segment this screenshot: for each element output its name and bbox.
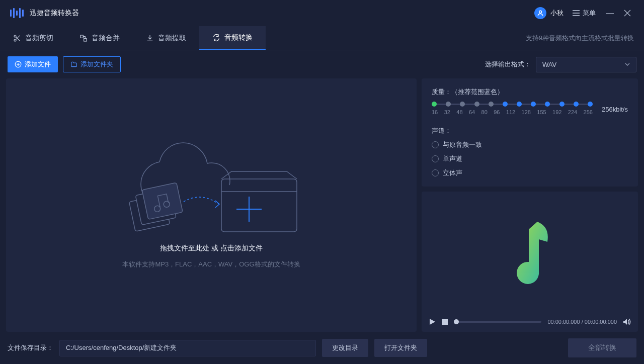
convert-all-button[interactable]: 全部转换 bbox=[568, 338, 636, 357]
player-controls: 00:00:00.000 / 00:00:00:000 bbox=[422, 312, 638, 332]
username: 小秋 bbox=[550, 9, 564, 18]
slider-tick-label: 256 bbox=[584, 109, 593, 115]
quality-slider-row: 163248648096112128155192224256 256kbit/s bbox=[432, 104, 628, 115]
progress-handle[interactable] bbox=[454, 319, 459, 324]
app-title: 迅捷音频转换器 bbox=[30, 9, 79, 18]
volume-icon bbox=[623, 318, 631, 325]
channel-radio-item[interactable]: 立体声 bbox=[432, 168, 628, 177]
progress-bar[interactable] bbox=[454, 321, 541, 323]
app-logo-icon bbox=[10, 8, 24, 18]
stop-button[interactable] bbox=[442, 319, 448, 325]
toolbar-left: 添加文件 添加文件夹 bbox=[8, 56, 121, 72]
open-folder-button[interactable]: 打开文件夹 bbox=[374, 339, 427, 357]
format-select[interactable]: WAV bbox=[536, 57, 636, 72]
user-info[interactable]: 小秋 bbox=[534, 7, 564, 19]
channel-radio-group: 与原音频一致单声道立体声 bbox=[432, 140, 628, 177]
slider-tick-label: 112 bbox=[506, 109, 515, 115]
time-display: 00:00:00.000 / 00:00:00:000 bbox=[547, 319, 617, 325]
close-button[interactable] bbox=[624, 10, 634, 17]
slider-tick-label: 16 bbox=[432, 109, 438, 115]
slider-tick-label: 32 bbox=[444, 109, 450, 115]
bitrate-value: 256kbit/s bbox=[602, 106, 628, 113]
toolbar-right: 选择输出格式： WAV bbox=[485, 57, 636, 72]
close-icon bbox=[624, 10, 631, 17]
slider-dot[interactable] bbox=[489, 102, 494, 107]
change-dir-button[interactable]: 更改目录 bbox=[322, 339, 368, 357]
format-label: 选择输出格式： bbox=[485, 60, 531, 69]
tabs-hint: 支持9种音频格式向主流格式批量转换 bbox=[526, 26, 634, 50]
stop-icon bbox=[442, 319, 448, 325]
svg-rect-23 bbox=[442, 319, 448, 325]
svg-rect-10 bbox=[80, 35, 83, 38]
tab-cut[interactable]: 音频剪切 bbox=[0, 26, 66, 50]
slider-dot[interactable] bbox=[446, 102, 451, 107]
merge-icon bbox=[79, 34, 88, 42]
slider-dot[interactable] bbox=[460, 102, 465, 107]
slider-dot[interactable] bbox=[432, 102, 437, 107]
slider-dot[interactable] bbox=[517, 102, 522, 107]
titlebar-left: 迅捷音频转换器 bbox=[10, 8, 79, 18]
drop-hint-text: 本软件支持MP3，FLAC，AAC，WAV，OGG格式的文件转换 bbox=[122, 260, 300, 269]
svg-rect-20 bbox=[142, 183, 183, 219]
radio-icon bbox=[432, 169, 439, 176]
toolbar: 添加文件 添加文件夹 选择输出格式： WAV bbox=[0, 50, 644, 78]
slider-tick-label: 128 bbox=[522, 109, 531, 115]
quality-panel: 质量：（推荐范围蓝色） 1632486480961121281551922242… bbox=[422, 78, 638, 187]
slider-tick-label: 64 bbox=[469, 109, 475, 115]
drop-area[interactable]: 拖拽文件至此处 或 点击添加文件 本软件支持MP3，FLAC，AAC，WAV，O… bbox=[6, 78, 417, 332]
channel-radio-item[interactable]: 与原音频一致 bbox=[432, 140, 628, 149]
svg-point-0 bbox=[539, 11, 542, 13]
path-input[interactable] bbox=[59, 340, 316, 356]
tabs-left: 音频剪切 音频合并 音频提取 音频转换 bbox=[0, 26, 266, 50]
folder-icon bbox=[70, 61, 77, 68]
slider-tick-label: 48 bbox=[456, 109, 462, 115]
radio-label: 单声道 bbox=[443, 154, 462, 163]
drop-illustration-icon bbox=[113, 141, 309, 237]
slider-dot[interactable] bbox=[545, 102, 550, 107]
tab-extract[interactable]: 音频提取 bbox=[133, 26, 199, 50]
add-folder-button[interactable]: 添加文件夹 bbox=[63, 56, 121, 72]
slider-dot[interactable] bbox=[531, 102, 536, 107]
svg-point-7 bbox=[14, 39, 16, 41]
quality-slider[interactable]: 163248648096112128155192224256 bbox=[432, 104, 593, 115]
add-file-button[interactable]: 添加文件 bbox=[8, 56, 58, 72]
titlebar: 迅捷音频转换器 小秋 菜单 — bbox=[0, 0, 644, 26]
menu-button[interactable]: 菜单 bbox=[573, 9, 596, 18]
scissors-icon bbox=[13, 34, 21, 42]
plus-circle-icon bbox=[15, 61, 22, 68]
channel-radio-item[interactable]: 单声道 bbox=[432, 154, 628, 163]
preview-panel: 00:00:00.000 / 00:00:00:000 bbox=[422, 192, 638, 332]
side-panel: 质量：（推荐范围蓝色） 1632486480961121281551922242… bbox=[422, 78, 638, 332]
hamburger-icon bbox=[573, 10, 580, 16]
quality-label: 质量：（推荐范围蓝色） bbox=[432, 87, 628, 97]
channel-label: 声道： bbox=[432, 126, 628, 135]
svg-rect-11 bbox=[84, 38, 87, 41]
volume-button[interactable] bbox=[623, 318, 631, 325]
slider-dot[interactable] bbox=[474, 102, 479, 107]
path-label: 文件保存目录： bbox=[8, 343, 53, 352]
music-note-icon bbox=[500, 214, 560, 290]
slider-dot[interactable] bbox=[559, 102, 565, 107]
slider-tick-label: 155 bbox=[537, 109, 546, 115]
svg-point-6 bbox=[14, 35, 16, 37]
chevron-down-icon bbox=[625, 63, 630, 66]
tab-convert[interactable]: 音频转换 bbox=[199, 26, 266, 50]
avatar-icon bbox=[534, 7, 546, 19]
slider-dot[interactable] bbox=[588, 102, 593, 107]
slider-tick-label: 224 bbox=[568, 109, 577, 115]
slider-dot[interactable] bbox=[574, 102, 579, 107]
slider-dot[interactable] bbox=[503, 102, 508, 107]
svg-rect-15 bbox=[221, 179, 297, 232]
titlebar-right: 小秋 菜单 — bbox=[534, 7, 634, 19]
radio-label: 与原音频一致 bbox=[443, 140, 482, 149]
tabs: 音频剪切 音频合并 音频提取 音频转换 支持9种音频格式向主流格式批量转换 bbox=[0, 26, 644, 50]
tab-merge[interactable]: 音频合并 bbox=[66, 26, 133, 50]
minimize-button[interactable]: — bbox=[605, 9, 615, 18]
main: 拖拽文件至此处 或 点击添加文件 本软件支持MP3，FLAC，AAC，WAV，O… bbox=[0, 78, 644, 332]
radio-icon bbox=[432, 155, 439, 162]
radio-icon bbox=[432, 141, 439, 148]
drop-main-text: 拖拽文件至此处 或 点击添加文件 bbox=[160, 244, 263, 253]
play-button[interactable] bbox=[429, 318, 436, 325]
slider-tick-label: 192 bbox=[552, 109, 561, 115]
footer: 文件保存目录： 更改目录 打开文件夹 全部转换 bbox=[0, 332, 644, 364]
